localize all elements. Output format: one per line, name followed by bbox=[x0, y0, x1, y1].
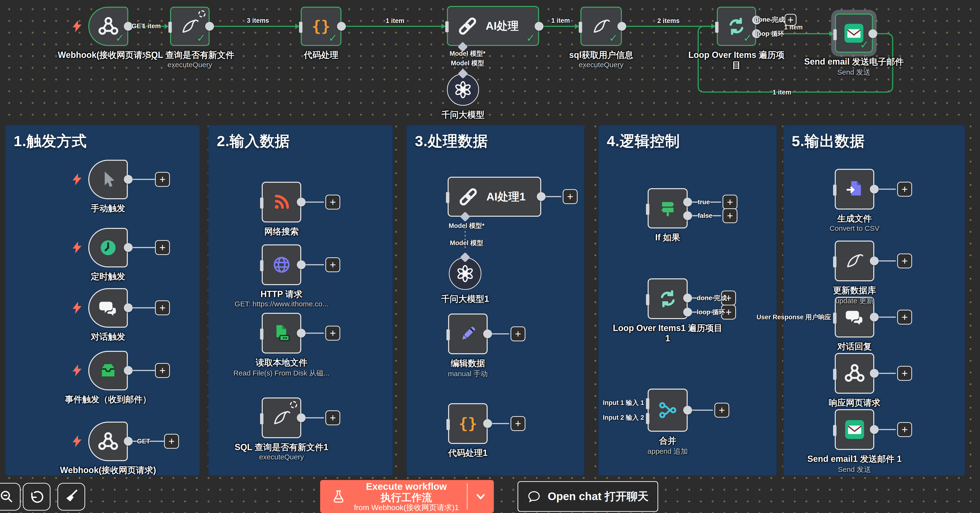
add-node-button[interactable]: + bbox=[155, 240, 170, 255]
node-label: 编辑数据 bbox=[417, 358, 519, 368]
add-node-button[interactable]: + bbox=[325, 257, 340, 272]
connection-label: 1 item bbox=[551, 17, 570, 24]
connection-label: 1 item bbox=[773, 89, 791, 96]
trigger-bolt-icon bbox=[71, 20, 83, 33]
trigger-bolt-icon bbox=[71, 435, 83, 448]
node-sublabel: Send 发送 bbox=[787, 67, 921, 77]
add-node-button[interactable]: + bbox=[722, 208, 737, 223]
output-port[interactable] bbox=[483, 419, 492, 428]
sub-node-connector[interactable] bbox=[458, 68, 468, 79]
connection-label: done 完成 bbox=[697, 294, 727, 302]
node-label: 对话触发 bbox=[57, 332, 159, 342]
output-port[interactable] bbox=[124, 437, 133, 446]
add-node-button[interactable]: + bbox=[155, 172, 170, 187]
accessories-layer: Webhook(接收网页请求)1SQL 查询是否有新文件executeQuery… bbox=[0, 0, 980, 513]
zoom-out-button[interactable] bbox=[0, 483, 21, 511]
output-port[interactable] bbox=[297, 198, 306, 206]
output-port[interactable] bbox=[683, 198, 692, 206]
output-port[interactable] bbox=[683, 308, 692, 317]
output-port[interactable] bbox=[124, 303, 133, 312]
output-port[interactable] bbox=[297, 329, 306, 338]
add-node-button[interactable]: + bbox=[897, 422, 912, 437]
node-label: 千问大模型 bbox=[413, 110, 513, 120]
output-port[interactable] bbox=[124, 243, 133, 252]
connection-label: true bbox=[698, 199, 710, 206]
node-label: 响应网页请求 bbox=[800, 397, 910, 408]
output-port[interactable] bbox=[870, 369, 879, 378]
output-port[interactable] bbox=[124, 366, 133, 375]
node-sublabel: append 追加 bbox=[632, 446, 704, 456]
add-node-button[interactable]: + bbox=[784, 14, 797, 26]
output-port[interactable] bbox=[870, 313, 879, 322]
output-port[interactable] bbox=[535, 22, 544, 31]
output-port[interactable] bbox=[297, 413, 306, 422]
output-port[interactable] bbox=[617, 22, 626, 31]
execute-workflow-button[interactable]: Execute workflow 执行工作流 from Webhook(接收网页… bbox=[320, 480, 494, 513]
add-node-button[interactable]: + bbox=[563, 189, 578, 204]
trigger-bolt-icon bbox=[71, 301, 83, 314]
node-label: Loop Over Items 遍历项目 bbox=[685, 50, 788, 70]
open-chat-button[interactable]: Open chat 打开聊天 bbox=[517, 481, 658, 512]
node-label: 代码处理 bbox=[273, 50, 369, 60]
add-node-button[interactable]: + bbox=[897, 254, 912, 268]
node-label: 生成文件 bbox=[803, 213, 906, 224]
undo-button[interactable] bbox=[23, 483, 51, 511]
add-node-button[interactable]: + bbox=[325, 410, 340, 425]
add-node-button[interactable]: + bbox=[897, 366, 912, 381]
output-port[interactable] bbox=[124, 175, 133, 184]
output-port[interactable] bbox=[870, 425, 879, 434]
add-node-button[interactable]: + bbox=[325, 326, 340, 341]
connection-label: done 完成 bbox=[755, 15, 785, 24]
tidy-up-button[interactable] bbox=[57, 483, 85, 511]
output-port[interactable] bbox=[683, 406, 692, 415]
output-port[interactable] bbox=[297, 260, 306, 269]
output-port[interactable] bbox=[337, 22, 346, 31]
trigger-bolt-icon bbox=[71, 173, 83, 186]
node-label: 读取本地文件 bbox=[215, 357, 348, 368]
output-port[interactable] bbox=[205, 22, 214, 31]
output-port[interactable] bbox=[869, 29, 877, 38]
trigger-bolt-icon bbox=[71, 364, 83, 377]
add-node-button[interactable]: + bbox=[155, 300, 170, 315]
connection-label: GET bbox=[137, 438, 150, 445]
output-port[interactable] bbox=[124, 22, 133, 31]
add-node-button[interactable]: + bbox=[511, 326, 525, 341]
node-sublabel: GET: https://www.ithome.co... bbox=[227, 300, 337, 308]
connection-label: Model 模型* bbox=[450, 49, 485, 58]
connection-label: 1 item bbox=[142, 22, 161, 30]
output-port[interactable] bbox=[683, 211, 692, 220]
add-node-button[interactable]: + bbox=[897, 182, 912, 197]
open-chat-label: Open chat 打开聊天 bbox=[548, 489, 649, 504]
add-node-button[interactable]: + bbox=[722, 195, 737, 210]
broom-icon bbox=[63, 488, 80, 505]
node-label: 手动触发 bbox=[57, 203, 159, 213]
add-node-button[interactable]: + bbox=[155, 363, 170, 378]
execute-options-button[interactable] bbox=[468, 490, 494, 503]
sub-node-connector[interactable] bbox=[460, 212, 470, 222]
execute-workflow-source: from Webhook(接收网页请求)1 bbox=[346, 503, 467, 512]
connection-label: User Response 用户响应 bbox=[757, 313, 831, 321]
add-node-button[interactable]: + bbox=[714, 403, 729, 418]
node-label: 更新数据库 bbox=[803, 285, 906, 295]
zoom-out-icon bbox=[0, 488, 15, 505]
node-label: HTTP 请求 bbox=[227, 289, 337, 299]
sub-node-connector[interactable] bbox=[460, 252, 470, 262]
output-port[interactable] bbox=[537, 192, 546, 201]
add-node-button[interactable]: + bbox=[325, 195, 340, 210]
connection-label: 2 items bbox=[657, 17, 679, 25]
node-sublabel: Read File(s) From Disk 从磁... bbox=[215, 368, 348, 378]
add-node-button[interactable]: + bbox=[897, 310, 912, 324]
add-node-button[interactable]: + bbox=[164, 434, 179, 449]
chevron-down-icon bbox=[474, 490, 487, 503]
node-label: 网络搜索 bbox=[230, 226, 333, 237]
node-label: 千问大模型1 bbox=[415, 294, 515, 304]
connection-label: Input 2 输入 2 bbox=[603, 413, 644, 422]
connection-label: Input 1 输入 1 bbox=[603, 399, 644, 407]
connection-label: false bbox=[698, 212, 713, 219]
output-port[interactable] bbox=[483, 330, 492, 338]
connection-label: loop 循环 bbox=[756, 29, 784, 38]
output-port[interactable] bbox=[683, 294, 692, 303]
output-port[interactable] bbox=[870, 257, 879, 265]
add-node-button[interactable]: + bbox=[511, 416, 525, 431]
output-port[interactable] bbox=[870, 185, 879, 194]
